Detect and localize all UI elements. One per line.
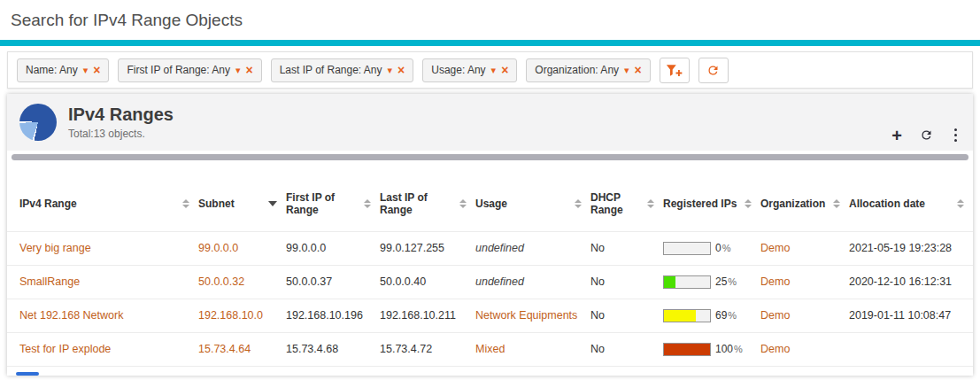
table-header-row: IPv4 Range Subnet First IP of Range Last… xyxy=(7,176,973,231)
registered-ips-cell: 100% xyxy=(663,343,752,356)
column-header-registered-ips[interactable]: Registered IPs xyxy=(663,176,760,231)
column-label: First IP of Range xyxy=(286,191,360,216)
section-titles: IPv4 Ranges Total:13 objects. xyxy=(68,105,174,140)
range-name-link[interactable]: Test for IP explode xyxy=(19,343,111,355)
progressbar-fill xyxy=(664,344,710,355)
sort-icon[interactable] xyxy=(833,199,840,208)
last-ip-value: 50.0.0.40 xyxy=(380,265,475,299)
filter-chip-label: First IP of Range: Any xyxy=(127,64,230,76)
sort-icon[interactable] xyxy=(957,199,964,208)
dhcp-value: No xyxy=(590,265,663,299)
ipv4-ranges-card: IPv4 Ranges Total:13 objects. + xyxy=(7,94,973,376)
table-row: SmallRange 50.0.0.32 50.0.0.37 50.0.0.40… xyxy=(7,265,973,299)
percent-sign: % xyxy=(722,243,731,253)
organization-link[interactable]: Demo xyxy=(760,275,790,288)
registered-progressbar xyxy=(663,343,711,356)
add-object-button[interactable]: + xyxy=(891,128,902,143)
table-row: Test for IP explode 15.73.4.64 15.73.4.6… xyxy=(7,332,973,366)
refresh-icon xyxy=(706,64,720,77)
add-filter-button[interactable] xyxy=(660,58,690,83)
registered-ips-cell: 25% xyxy=(663,275,752,289)
registered-progressbar xyxy=(663,309,711,322)
horizontal-scrollbar[interactable] xyxy=(12,154,968,160)
filter-chip-last-ip[interactable]: Last IP of Range: Any ▾ × xyxy=(271,58,414,82)
dhcp-value: No xyxy=(590,299,663,332)
table-row: Net 192.168 Network 192.168.10.0 192.168… xyxy=(7,299,973,332)
filter-chip-name[interactable]: Name: Any ▾ × xyxy=(17,58,109,82)
chevron-down-icon[interactable]: ▾ xyxy=(235,66,241,75)
chevron-down-icon[interactable]: ▾ xyxy=(83,66,89,75)
filter-chip-label: Name: Any xyxy=(26,64,78,76)
column-header-organization[interactable]: Organization xyxy=(760,176,849,231)
table-row: Very big range 99.0.0.0 99.0.0.0 99.0.12… xyxy=(7,231,973,265)
page: Search for IPv4 Range Objects Name: Any … xyxy=(0,0,980,376)
refresh-list-button[interactable] xyxy=(920,128,933,142)
chevron-down-icon[interactable]: ▾ xyxy=(624,66,629,75)
percent-value: 100 xyxy=(715,343,733,355)
accent-divider xyxy=(0,40,980,46)
sort-icon[interactable] xyxy=(364,199,371,208)
usage-value[interactable]: Mixed xyxy=(475,343,505,355)
first-ip-value: 99.0.0.0 xyxy=(286,231,380,265)
pie-chart-icon xyxy=(19,104,57,141)
last-ip-value: 99.0.127.255 xyxy=(380,231,475,265)
sort-desc-icon[interactable] xyxy=(268,201,277,206)
sort-icon[interactable] xyxy=(459,199,467,208)
filter-chip-first-ip[interactable]: First IP of Range: Any ▾ × xyxy=(118,58,261,82)
usage-value[interactable]: undefined xyxy=(475,275,524,288)
close-icon[interactable]: × xyxy=(397,64,405,76)
first-ip-value: 192.168.10.196 xyxy=(286,299,380,332)
filter-chip-usage[interactable]: Usage: Any ▾ × xyxy=(422,58,517,82)
subnet-link[interactable]: 192.168.10.0 xyxy=(198,309,263,322)
column-label: DHCP Range xyxy=(590,191,644,216)
column-label: Subnet xyxy=(198,198,235,210)
sort-icon[interactable] xyxy=(182,199,189,208)
dhcp-value: No xyxy=(590,332,663,366)
usage-value[interactable]: undefined xyxy=(475,242,524,254)
range-name-link[interactable]: Net 192.168 Network xyxy=(19,309,123,322)
horizontal-scrollbar-thumb[interactable] xyxy=(16,372,39,376)
registered-progressbar xyxy=(663,242,711,255)
chevron-down-icon[interactable]: ▾ xyxy=(491,66,497,75)
filter-chip-organization[interactable]: Organization: Any ▾ × xyxy=(526,58,650,82)
organization-link[interactable]: Demo xyxy=(760,309,790,322)
sort-icon[interactable] xyxy=(745,199,752,208)
column-header-ipv4-range[interactable]: IPv4 Range xyxy=(7,176,198,231)
dhcp-value: Yes xyxy=(590,366,663,376)
filter-panel: Name: Any ▾ × First IP of Range: Any ▾ ×… xyxy=(7,51,973,89)
organization-link[interactable]: Demo xyxy=(760,343,790,355)
column-header-usage[interactable]: Usage xyxy=(475,176,590,231)
more-options-button[interactable] xyxy=(951,128,961,143)
allocation-date-value xyxy=(849,332,973,366)
column-header-dhcp-range[interactable]: DHCP Range xyxy=(590,176,663,231)
organization-link[interactable]: Demo xyxy=(760,242,790,254)
usage-value[interactable]: Network Equipments xyxy=(475,309,577,322)
close-icon[interactable]: × xyxy=(501,64,508,76)
refresh-filters-button[interactable] xyxy=(698,58,729,83)
subnet-link[interactable]: 50.0.0.32 xyxy=(198,275,244,288)
close-icon[interactable]: × xyxy=(635,64,642,76)
subnet-link[interactable]: 99.0.0.0 xyxy=(198,242,238,254)
chevron-down-icon[interactable]: ▾ xyxy=(388,66,393,75)
registered-ips-cell: 69% xyxy=(663,309,752,322)
page-title: Search for IPv4 Range Objects xyxy=(0,0,980,30)
column-header-last-ip[interactable]: Last IP of Range xyxy=(380,176,475,231)
subnet-link[interactable]: 15.73.4.64 xyxy=(198,343,251,355)
range-name-link[interactable]: Very big range xyxy=(19,242,91,254)
sort-icon[interactable] xyxy=(575,199,582,208)
range-name-link[interactable]: SmallRange xyxy=(19,275,80,288)
table-row: DHCP - 10.55.2.0 10.55.2.0 10.55.2.129 1… xyxy=(7,366,973,376)
registered-progressbar xyxy=(663,275,711,289)
allocation-date-value: 2020-09-30 15:15:25 xyxy=(849,366,973,376)
column-header-first-ip[interactable]: First IP of Range xyxy=(286,176,380,231)
percent-value: 0 xyxy=(715,242,721,254)
progressbar-fill xyxy=(664,276,675,288)
section-subtitle: Total:13 objects. xyxy=(68,128,174,140)
column-header-subnet[interactable]: Subnet xyxy=(198,176,286,231)
registered-ips-cell: 0% xyxy=(663,242,752,255)
first-ip-value: 50.0.0.37 xyxy=(286,265,380,299)
close-icon[interactable]: × xyxy=(245,64,252,76)
column-header-allocation-date[interactable]: Allocation date xyxy=(849,176,973,231)
sort-icon[interactable] xyxy=(647,199,654,208)
close-icon[interactable]: × xyxy=(93,64,100,76)
